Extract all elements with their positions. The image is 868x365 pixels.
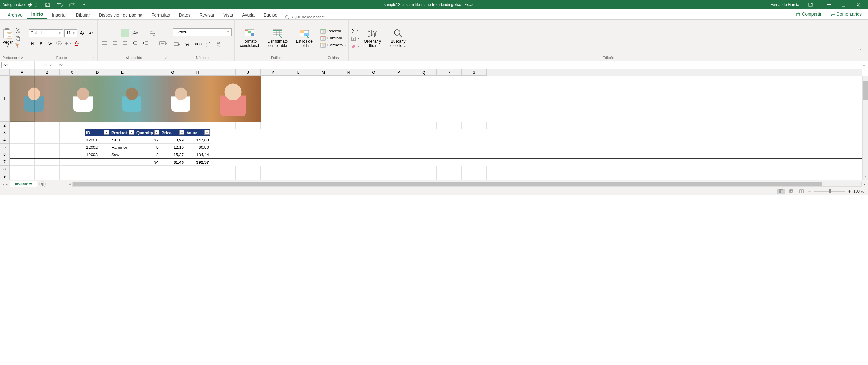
- scroll-up-icon[interactable]: ▴: [863, 76, 868, 82]
- cell[interactable]: 12: [135, 151, 160, 158]
- cell[interactable]: [185, 122, 211, 129]
- cell[interactable]: [110, 173, 135, 180]
- row-header[interactable]: 9: [0, 173, 9, 180]
- fill-color-button[interactable]: ▾: [64, 39, 72, 47]
- cell[interactable]: [211, 122, 236, 129]
- maximize-button[interactable]: [836, 0, 851, 9]
- dialog-launcher-icon[interactable]: ⤢: [92, 56, 95, 59]
- accounting-format-icon[interactable]: 123▾: [173, 40, 181, 48]
- filter-dropdown-icon[interactable]: ▾: [129, 130, 134, 135]
- italic-button[interactable]: K: [37, 39, 45, 47]
- sort-filter-button[interactable]: AZ Ordenar y filtrar: [362, 28, 383, 49]
- cell[interactable]: [286, 122, 311, 129]
- font-color-button[interactable]: A▾: [73, 39, 81, 47]
- table-header-value[interactable]: Value▾: [185, 129, 211, 136]
- cell[interactable]: [35, 144, 60, 151]
- sheet-prev-icon[interactable]: ◂: [3, 182, 4, 186]
- conditional-format-button[interactable]: Formato condicional: [237, 28, 262, 49]
- cell[interactable]: [411, 122, 437, 129]
- cell[interactable]: [35, 151, 60, 158]
- cell[interactable]: [311, 166, 336, 173]
- cell[interactable]: [60, 136, 85, 144]
- find-select-button[interactable]: Buscar y seleccionar: [386, 28, 410, 49]
- cell[interactable]: [35, 122, 60, 129]
- cell[interactable]: [110, 166, 135, 173]
- cell[interactable]: [361, 173, 386, 180]
- zoom-in-button[interactable]: +: [848, 188, 851, 194]
- cell[interactable]: Nails: [110, 136, 135, 144]
- ribbon-display-icon[interactable]: [803, 0, 818, 9]
- cell[interactable]: [411, 173, 437, 180]
- collapse-ribbon-icon[interactable]: ⌃: [856, 47, 865, 55]
- row-header[interactable]: 7: [0, 158, 9, 166]
- fill-button[interactable]: ▾: [351, 36, 359, 41]
- row-header[interactable]: 5: [0, 144, 9, 151]
- cell[interactable]: 12002: [85, 144, 110, 151]
- column-header[interactable]: G: [160, 69, 185, 76]
- cell[interactable]: [60, 151, 85, 158]
- cell[interactable]: 12,10: [160, 144, 185, 151]
- cell[interactable]: [236, 166, 261, 173]
- cell[interactable]: [9, 159, 35, 166]
- percent-format-icon[interactable]: %: [184, 40, 191, 48]
- zoom-out-button[interactable]: −: [808, 188, 811, 194]
- cell[interactable]: 37: [135, 136, 160, 144]
- column-header[interactable]: P: [386, 69, 411, 76]
- tab-formulas[interactable]: Fórmulas: [147, 10, 174, 20]
- cell[interactable]: [60, 129, 85, 136]
- undo-icon[interactable]: [57, 2, 63, 8]
- cell[interactable]: [236, 173, 261, 180]
- copy-icon[interactable]: ▾: [15, 36, 22, 41]
- align-left-icon[interactable]: [100, 39, 109, 47]
- column-header[interactable]: L: [286, 69, 311, 76]
- cell[interactable]: [311, 122, 336, 129]
- font-name-select[interactable]: Calibri▾: [29, 29, 63, 37]
- table-header-price[interactable]: Price▾: [160, 129, 185, 136]
- cell[interactable]: [110, 122, 135, 129]
- decrease-indent-icon[interactable]: [131, 39, 140, 47]
- decrease-decimal-icon[interactable]: ,00→,0: [216, 40, 224, 48]
- tab-ayuda[interactable]: Ayuda: [238, 10, 259, 20]
- cell[interactable]: [286, 173, 311, 180]
- paste-button[interactable]: Pegar ▾: [3, 28, 13, 48]
- row-header[interactable]: 6: [0, 151, 9, 158]
- align-bottom-icon[interactable]: [121, 29, 129, 37]
- filter-dropdown-icon[interactable]: ▾: [179, 130, 184, 135]
- cell[interactable]: Hammer: [110, 144, 135, 151]
- dialog-launcher-icon[interactable]: ⤢: [165, 56, 167, 59]
- comments-button[interactable]: Comentarios: [828, 10, 865, 18]
- cell[interactable]: [211, 166, 236, 173]
- cell[interactable]: [185, 166, 211, 173]
- fx-icon[interactable]: fx: [57, 63, 65, 67]
- add-sheet-button[interactable]: ⊕: [39, 181, 46, 187]
- cell[interactable]: 392,57: [185, 159, 211, 166]
- cell[interactable]: [60, 166, 85, 173]
- tab-file[interactable]: Archivo: [3, 10, 27, 20]
- increase-indent-icon[interactable]: [141, 39, 150, 47]
- delete-cells-button[interactable]: Eliminar▾: [320, 36, 346, 41]
- cell[interactable]: [9, 173, 35, 180]
- column-header[interactable]: M: [311, 69, 336, 76]
- column-header[interactable]: J: [236, 69, 261, 76]
- decrease-font-icon[interactable]: A▾: [87, 29, 95, 37]
- cell[interactable]: [236, 122, 261, 129]
- column-header[interactable]: H: [185, 69, 211, 76]
- cell[interactable]: [85, 122, 110, 129]
- row-header[interactable]: 3: [0, 129, 9, 136]
- cell[interactable]: [160, 166, 185, 173]
- cell[interactable]: [9, 144, 35, 151]
- cell[interactable]: 31,46: [160, 159, 185, 166]
- row-header[interactable]: 8: [0, 166, 9, 173]
- column-header[interactable]: F: [135, 69, 160, 76]
- cell[interactable]: [35, 129, 60, 136]
- cell[interactable]: [60, 173, 85, 180]
- comma-format-icon[interactable]: 000: [194, 40, 202, 48]
- user-name[interactable]: Fernando García: [770, 3, 799, 7]
- close-button[interactable]: [851, 0, 865, 9]
- column-header[interactable]: N: [336, 69, 361, 76]
- cell[interactable]: [462, 166, 487, 173]
- number-format-select[interactable]: General▾: [173, 28, 232, 36]
- cell[interactable]: [60, 159, 85, 166]
- cell[interactable]: 184,44: [185, 151, 211, 158]
- cell[interactable]: [35, 166, 60, 173]
